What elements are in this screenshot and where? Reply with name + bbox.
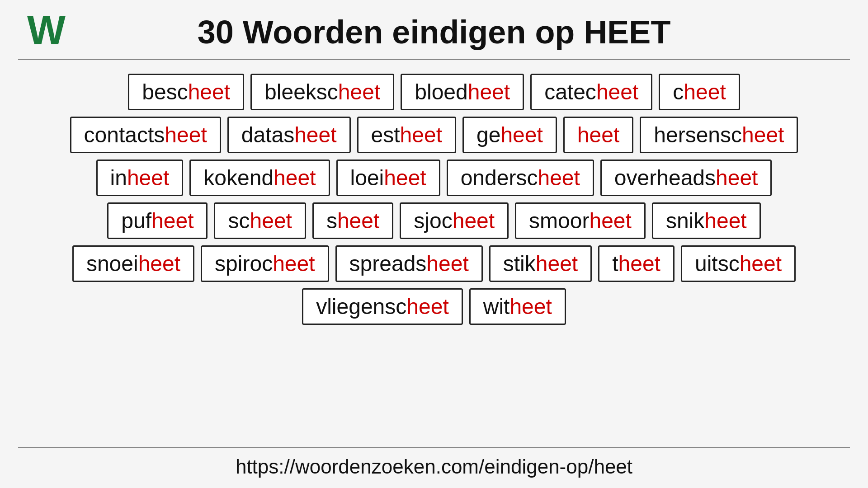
word-prefix: s	[326, 208, 337, 233]
word-box: cheet	[659, 74, 740, 110]
word-prefix: c	[673, 80, 684, 104]
word-prefix: overheads	[614, 165, 716, 190]
word-prefix: contacts	[84, 122, 165, 147]
word-prefix: catec	[544, 80, 596, 104]
word-prefix: loei	[350, 165, 384, 190]
word-prefix: est	[371, 122, 400, 147]
word-prefix: ge	[476, 122, 500, 147]
word-box: inheet	[96, 160, 184, 196]
word-prefix: stik	[503, 251, 536, 276]
word-suffix: heet	[406, 294, 448, 319]
word-suffix: heet	[684, 80, 726, 104]
word-box: datasheet	[227, 117, 351, 153]
word-prefix: smoor	[529, 208, 589, 233]
page-title: 30 Woorden eindigen op HEET	[198, 14, 671, 51]
footer: https://woordenzoeken.com/eindigen-op/he…	[0, 439, 868, 488]
word-prefix: datas	[241, 122, 294, 147]
word-row-5: vliegenscheetwitheet	[302, 288, 566, 325]
word-suffix: heet	[250, 208, 292, 233]
word-suffix: heet	[589, 208, 631, 233]
word-box: snikheet	[652, 202, 761, 239]
word-prefix: hersensc	[654, 122, 742, 147]
word-prefix: kokend	[203, 165, 274, 190]
word-box: stikheet	[489, 245, 592, 282]
logo: W	[27, 10, 66, 51]
word-suffix: heet	[384, 165, 426, 190]
word-suffix: heet	[536, 251, 578, 276]
word-suffix: heet	[337, 208, 379, 233]
word-suffix: heet	[538, 165, 580, 190]
word-suffix: heet	[618, 251, 660, 276]
word-prefix: puf	[121, 208, 151, 233]
word-box: theet	[598, 245, 675, 282]
word-suffix: heet	[294, 122, 336, 147]
word-prefix: snoei	[86, 251, 138, 276]
word-prefix: bleeksc	[264, 80, 338, 104]
word-box: sheet	[312, 202, 393, 239]
word-prefix: besc	[142, 80, 188, 104]
word-prefix: spreads	[349, 251, 427, 276]
word-suffix: heet	[740, 251, 782, 276]
word-box: overheadsheet	[600, 160, 772, 196]
word-suffix: heet	[453, 208, 495, 233]
word-suffix: heet	[127, 165, 169, 190]
word-box: catecheet	[530, 74, 652, 110]
word-suffix: heet	[138, 251, 180, 276]
bottom-divider	[18, 447, 850, 448]
header: W 30 Woorden eindigen op HEET	[0, 0, 868, 59]
word-suffix: heet	[151, 208, 193, 233]
word-suffix: heet	[338, 80, 380, 104]
word-row-3: pufheetscheetsheetsjocheetsmoorheetsnikh…	[107, 202, 760, 239]
word-box: bescheet	[128, 74, 244, 110]
word-box: smoorheet	[515, 202, 646, 239]
word-suffix: heet	[273, 251, 315, 276]
word-prefix: spiroc	[215, 251, 273, 276]
word-box: snoeiheet	[72, 245, 194, 282]
word-row-0: bescheetbleekscheetbloedheetcatecheetche…	[128, 74, 740, 110]
word-prefix: ondersc	[461, 165, 538, 190]
word-prefix: t	[612, 251, 618, 276]
word-box: uitscheet	[681, 245, 796, 282]
word-box: bleekscheet	[250, 74, 394, 110]
word-box: scheet	[214, 202, 306, 239]
word-box: spirocheet	[201, 245, 329, 282]
word-prefix: wit	[483, 294, 510, 319]
word-suffix: heet	[400, 122, 442, 147]
word-suffix: heet	[596, 80, 638, 104]
word-box: kokendheet	[189, 160, 330, 196]
word-suffix: heet	[716, 165, 758, 190]
word-suffix: heet	[165, 122, 207, 147]
word-suffix: heet	[426, 251, 468, 276]
word-box: spreadsheet	[335, 245, 483, 282]
word-prefix: vliegensc	[316, 294, 406, 319]
word-box: estheet	[357, 117, 456, 153]
word-prefix: sjoc	[414, 208, 452, 233]
word-box: pufheet	[107, 202, 208, 239]
word-box: vliegenscheet	[302, 288, 463, 325]
word-prefix: uitsc	[695, 251, 740, 276]
word-prefix: snik	[666, 208, 704, 233]
word-suffix: heet	[500, 122, 542, 147]
word-suffix: heet	[468, 80, 510, 104]
word-box: hersenscheet	[640, 117, 798, 153]
word-box: bloedheet	[401, 74, 524, 110]
word-box: contactsheet	[70, 117, 221, 153]
top-divider	[18, 59, 850, 60]
word-suffix: heet	[704, 208, 746, 233]
word-suffix: heet	[274, 165, 316, 190]
word-row-1: contactsheetdatasheetestheetgeheetheethe…	[70, 117, 798, 153]
words-container: bescheetbleekscheetbloedheetcatecheetche…	[0, 74, 868, 439]
word-suffix: heet	[188, 80, 230, 104]
word-prefix: sc	[228, 208, 250, 233]
word-box: loeiheet	[336, 160, 440, 196]
word-box: heet	[563, 117, 633, 153]
word-row-2: inheetkokendheetloeiheetonderscheetoverh…	[96, 160, 772, 196]
word-box: geheet	[462, 117, 557, 153]
word-prefix: bloed	[415, 80, 467, 104]
word-row-4: snoeiheetspirocheetspreadsheetstikheetth…	[72, 245, 796, 282]
footer-url: https://woordenzoeken.com/eindigen-op/he…	[0, 455, 868, 478]
word-box: sjocheet	[400, 202, 509, 239]
word-suffix: heet	[742, 122, 784, 147]
word-prefix: in	[110, 165, 127, 190]
word-box: onderscheet	[447, 160, 594, 196]
